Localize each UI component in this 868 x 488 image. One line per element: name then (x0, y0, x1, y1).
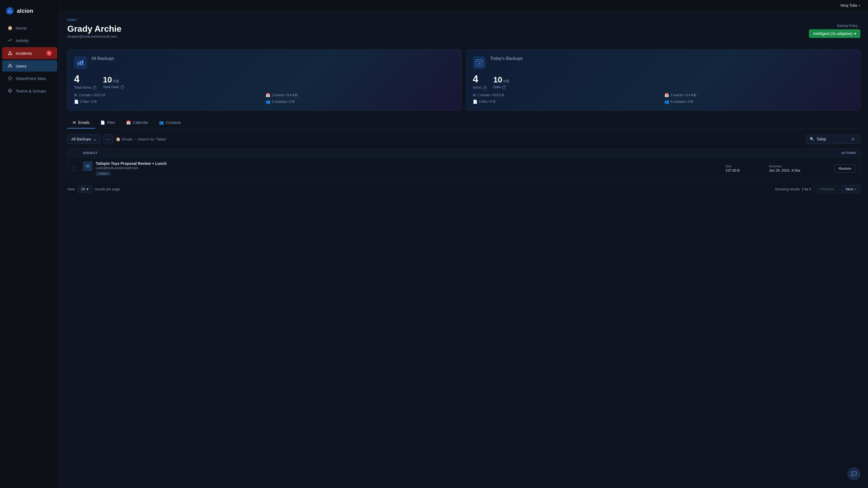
user-name: Niraj Tolia (841, 3, 857, 8)
total-items-help-icon[interactable]: ? (93, 86, 96, 90)
all-backups-emails-detail: ✉ 2 emails • 433.0 B (74, 93, 264, 97)
sidebar-item-teams-label: Teams & Groups (16, 89, 46, 93)
backup-policy-button[interactable]: Intelligent (3x adaptive) ▾ (809, 29, 860, 38)
search-input[interactable] (816, 137, 849, 141)
tab-contacts-label: Contacts (166, 120, 181, 125)
all-backups-total-data-label: Total Data ? (103, 85, 124, 89)
todays-backups-items-num: 4 (473, 73, 487, 85)
todays-contacts-icon: 👥 (664, 99, 669, 104)
users-icon (8, 63, 12, 68)
all-backups-contacts-detail: 👥 0 contacts • 0 B (266, 99, 455, 104)
next-label: Next (846, 187, 853, 191)
tab-files[interactable]: 📄 Files (95, 117, 121, 129)
page-email: GradyA@tzxtk.onmicrosoft.com (67, 34, 122, 38)
sidebar-item-home[interactable]: 🏠 Home (2, 22, 57, 34)
col-actions: ACTIONS (823, 151, 856, 155)
backup-policy-label: Backup Policy (837, 24, 858, 28)
todays-files-detail: 📄 0 files • 0 B (473, 99, 662, 104)
user-menu[interactable]: Niraj Tolia ▾ (841, 3, 860, 8)
email-detail-icon: ✉ (74, 93, 77, 97)
pagination-row: View 25 ▾ results per page Showing resul… (67, 185, 860, 193)
backup-policy-value: Intelligent (3x adaptive) (813, 31, 852, 36)
svg-point-3 (9, 64, 11, 66)
todays-backups-icon: 26 (473, 56, 486, 69)
size-label: Size (725, 165, 769, 168)
all-backups-files-detail: 📄 0 files • 0 B (74, 99, 264, 104)
sidebar-item-activity[interactable]: Activity (2, 35, 57, 46)
user-menu-chevron: ▾ (859, 4, 860, 7)
todays-backups-data-unit: KiB (503, 79, 509, 83)
col-received (769, 151, 823, 155)
content-tabs: ✉ Emails 📄 Files 📅 Calendar 👥 Contacts (67, 117, 860, 129)
backup-filter-select[interactable]: All Backups ⌄ (67, 134, 101, 144)
email-envelope-icon: ✉ (83, 161, 93, 171)
todays-backups-items-label: Items ? (473, 86, 487, 90)
restore-button[interactable]: Restore (834, 164, 856, 173)
svg-rect-8 (80, 61, 81, 65)
view-label: View (67, 187, 75, 191)
view-row: View 25 ▾ results per page (67, 186, 120, 193)
sidebar-item-users[interactable]: Users (2, 60, 57, 72)
col-subject: SUBJECT (83, 151, 725, 155)
tab-emails[interactable]: ✉ Emails (67, 117, 95, 129)
per-page-select[interactable]: 25 ▾ (78, 186, 92, 193)
tab-contacts[interactable]: 👥 Contacts (154, 117, 186, 129)
all-backups-total-data-unit: KiB (113, 79, 119, 83)
row-checkbox[interactable] (72, 166, 76, 170)
prev-label: Previous (820, 187, 834, 191)
tab-emails-icon: ✉ (73, 120, 76, 125)
all-backups-icon (74, 56, 87, 69)
backup-filter-chevron: ⌄ (93, 137, 97, 141)
previous-button[interactable]: ‹ Previous (813, 185, 839, 193)
email-subject-text: Tailspin Toys Proposal Review + Lunch (96, 161, 166, 166)
all-backups-events-detail: 📅 2 events • 9.4 KiB (266, 93, 455, 97)
teams-icon (8, 88, 12, 93)
svg-marker-4 (8, 76, 12, 80)
data-help-icon[interactable]: ? (502, 86, 506, 89)
svg-marker-5 (8, 89, 12, 93)
tab-calendar-label: Calendar (133, 120, 148, 125)
tab-files-label: Files (107, 120, 115, 125)
alcion-logo-icon (5, 6, 14, 15)
events-detail-icon: 📅 (266, 93, 270, 97)
items-help-icon[interactable]: ? (483, 86, 487, 90)
more-options-button[interactable]: ⋯ (103, 134, 113, 144)
page-title: Grady Archie (67, 24, 122, 34)
tab-files-icon: 📄 (100, 120, 105, 125)
todays-emails-detail: ✉ 2 emails • 433.0 B (473, 93, 662, 97)
per-page-value: 25 (81, 187, 85, 191)
sidebar-item-sharepoint[interactable]: SharePoint Sites (2, 73, 57, 84)
tab-calendar[interactable]: 📅 Calendar (121, 117, 154, 129)
table-row: ✉ Tailspin Toys Proposal Review + Lunch … (67, 158, 860, 180)
files-detail-icon: 📄 (74, 99, 79, 104)
search-clear-button[interactable]: ✕ (851, 137, 855, 142)
svg-point-2 (10, 54, 10, 55)
results-label: results per page (95, 187, 120, 191)
backup-policy-chevron: ▾ (854, 31, 856, 36)
logo-text: alcion (17, 8, 33, 14)
chat-button[interactable] (847, 467, 860, 480)
sidebar: alcion 🏠 Home Activity Incidents 1 Users… (0, 0, 60, 488)
breadcrumb-separator: > (134, 137, 136, 141)
tab-emails-label: Emails (78, 120, 90, 125)
tab-contacts-icon: 👥 (159, 120, 163, 125)
todays-events-detail: 📅 2 events • 9.4 KiB (664, 93, 854, 97)
svg-point-16 (854, 474, 854, 474)
contacts-detail-icon: 👥 (266, 99, 270, 104)
showing-label: Showing results 1 to 1 (775, 187, 811, 191)
sidebar-item-teams[interactable]: Teams & Groups (2, 85, 57, 97)
sidebar-item-incidents[interactable]: Incidents 1 (2, 47, 57, 59)
email-size-cell: Size 237.00 B (725, 165, 769, 172)
breadcrumb[interactable]: Users (67, 18, 860, 22)
todays-backups-data-label: Data ? (493, 85, 509, 89)
email-subject-cell: ✉ Tailspin Toys Proposal Review + Lunch … (83, 161, 725, 175)
todays-events-icon: 📅 (664, 93, 669, 97)
svg-point-17 (855, 474, 855, 474)
next-button[interactable]: Next › (841, 185, 860, 193)
sidebar-item-incidents-label: Incidents (16, 51, 32, 56)
prev-icon: ‹ (818, 187, 819, 191)
total-data-help-icon[interactable]: ? (120, 86, 124, 89)
sidebar-item-users-label: Users (16, 64, 26, 68)
breadcrumb-search-label: Search for "Tailsp" (138, 137, 167, 141)
email-table: SUBJECT ACTIONS ✉ Tailspin Toys Proposal… (67, 148, 860, 180)
